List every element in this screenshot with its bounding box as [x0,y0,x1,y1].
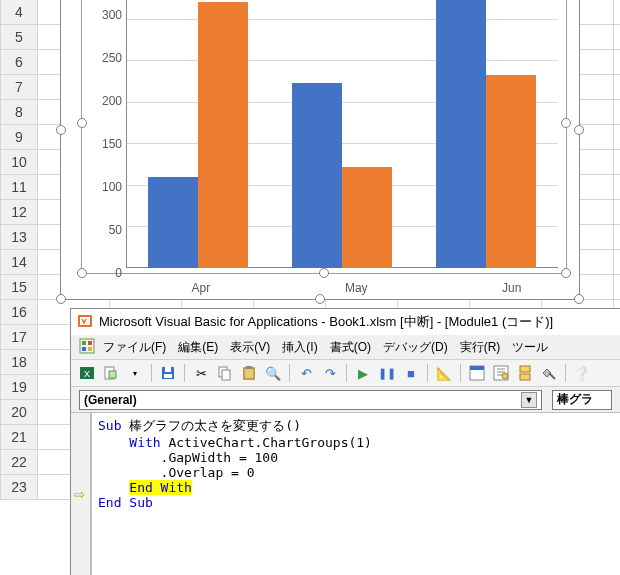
row-header[interactable]: 12 [0,200,38,225]
bar[interactable] [292,83,342,268]
y-tick-label: 300 [88,8,122,22]
toolbar-separator [565,364,566,382]
view-excel-icon[interactable]: X [77,363,97,383]
vbe-designer-icon[interactable] [79,338,95,357]
row-header[interactable]: 7 [0,75,38,100]
row-header[interactable]: 20 [0,400,38,425]
row-header[interactable]: 16 [0,300,38,325]
row-header[interactable]: 14 [0,250,38,275]
row-header[interactable]: 13 [0,225,38,250]
svg-rect-4 [88,341,92,345]
toolbar-separator [184,364,185,382]
cut-icon[interactable]: ✂ [191,363,211,383]
plot-handle[interactable] [319,268,329,278]
row-header[interactable]: 10 [0,150,38,175]
plot-area[interactable]: 0 50 100 150 200 250 300 350 [81,0,567,274]
y-tick-label: 150 [88,137,122,151]
row-header[interactable]: 4 [0,0,38,25]
break-icon[interactable]: ❚❚ [377,363,397,383]
resize-handle[interactable] [56,125,66,135]
code-editor[interactable]: Sub 棒グラフの太さを変更する() With ActiveChart.Char… [91,413,620,575]
bar[interactable] [436,0,486,268]
menu-format[interactable]: 書式(O) [326,337,375,358]
redo-icon[interactable]: ↷ [320,363,340,383]
code-gutter[interactable]: ⇨ [71,413,91,575]
help-icon[interactable]: ❔ [572,363,592,383]
toolbar-separator [151,364,152,382]
row-header[interactable]: 23 [0,475,38,500]
toolbox-icon[interactable] [539,363,559,383]
chart-object[interactable]: 0 50 100 150 200 250 300 350 Apr May Jun [60,0,580,300]
run-icon[interactable]: ▶ [353,363,373,383]
dropdown-arrow-icon[interactable]: ▼ [521,392,537,408]
vbe-titlebar[interactable]: Microsoft Visual Basic for Applications … [71,309,620,335]
toolbar-separator [289,364,290,382]
bar-group[interactable] [148,0,249,268]
toolbar-separator [460,364,461,382]
menu-view[interactable]: 表示(V) [226,337,274,358]
bar-group[interactable] [292,0,393,268]
bar[interactable] [342,167,392,268]
row-header[interactable]: 9 [0,125,38,150]
vbe-window[interactable]: Microsoft Visual Basic for Applications … [70,308,620,575]
procedure-dropdown[interactable]: 棒グラ [552,390,612,410]
menu-insert[interactable]: 挿入(I) [278,337,321,358]
row-header[interactable]: 17 [0,325,38,350]
row-header[interactable]: 11 [0,175,38,200]
keyword: End Sub [98,495,153,510]
reset-icon[interactable]: ■ [401,363,421,383]
row-header-column: 4 5 6 7 8 9 10 11 12 13 14 15 16 17 18 1… [0,0,38,500]
resize-handle[interactable] [56,294,66,304]
code-text: .GapWidth = 100 [98,450,278,465]
resize-handle[interactable] [574,125,584,135]
x-tick-label: May [345,281,368,295]
menu-run[interactable]: 実行(R) [456,337,505,358]
object-browser-icon[interactable] [515,363,535,383]
row-header[interactable]: 8 [0,100,38,125]
plot-inner [126,0,558,268]
svg-rect-20 [470,366,484,370]
bar[interactable] [148,177,198,268]
resize-handle[interactable] [315,294,325,304]
svg-rect-24 [520,374,530,380]
bars-layer [126,0,558,268]
save-icon[interactable] [158,363,178,383]
plot-handle[interactable] [561,118,571,128]
row-header[interactable]: 22 [0,450,38,475]
copy-icon[interactable] [215,363,235,383]
svg-rect-18 [246,366,252,369]
menu-file[interactable]: ファイル(F) [99,337,170,358]
y-tick-label: 200 [88,94,122,108]
properties-icon[interactable] [491,363,511,383]
y-tick-label: 100 [88,180,122,194]
project-explorer-icon[interactable] [467,363,487,383]
plot-handle[interactable] [561,268,571,278]
code-text: .Overlap = 0 [98,465,255,480]
row-header[interactable]: 19 [0,375,38,400]
bar[interactable] [486,75,536,268]
code-text: ActiveChart.ChartGroups(1) [161,435,372,450]
undo-icon[interactable]: ↶ [296,363,316,383]
object-dropdown[interactable]: (General) ▼ [79,390,542,410]
svg-rect-13 [164,374,172,378]
menu-edit[interactable]: 編集(E) [174,337,222,358]
plot-handle[interactable] [77,268,87,278]
menu-tool[interactable]: ツール [508,337,552,358]
row-header[interactable]: 21 [0,425,38,450]
bar-group[interactable] [436,0,537,268]
design-mode-icon[interactable]: 📐 [434,363,454,383]
paste-icon[interactable] [239,363,259,383]
svg-text:X: X [84,369,90,379]
find-icon[interactable]: 🔍 [263,363,283,383]
insert-module-icon[interactable] [101,363,121,383]
row-header[interactable]: 18 [0,350,38,375]
menu-debug[interactable]: デバッグ(D) [379,337,452,358]
dropdown-arrow-icon[interactable]: ▾ [125,363,145,383]
row-header[interactable]: 15 [0,275,38,300]
plot-handle[interactable] [77,118,87,128]
svg-rect-6 [88,347,92,351]
row-header[interactable]: 6 [0,50,38,75]
bar[interactable] [198,2,248,268]
resize-handle[interactable] [574,294,584,304]
row-header[interactable]: 5 [0,25,38,50]
